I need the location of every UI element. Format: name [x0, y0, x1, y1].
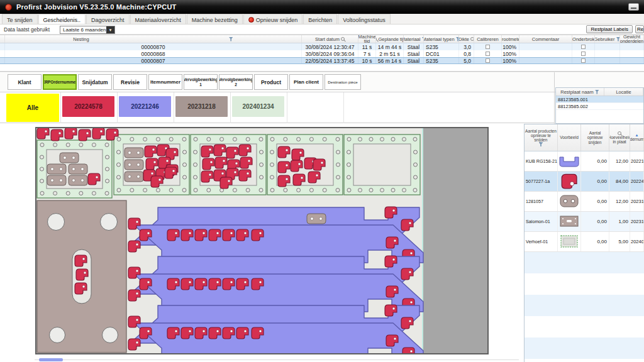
order-filter-20224578[interactable]: 20224578 — [62, 96, 114, 117]
col-start-datum[interactable]: Start datum — [302, 35, 358, 43]
order-filter-20231218[interactable]: 20231218 — [175, 96, 228, 117]
restplaat-labels-button[interactable]: Restplaat Labels — [586, 25, 633, 33]
col-voorbeeld-label: Voorbeeld — [560, 135, 579, 140]
group-tab-snijdatum[interactable]: Snijdatum — [78, 74, 112, 90]
checkbox[interactable] — [581, 45, 586, 49]
cell-start: 30/08/2024 12:30:47 — [302, 43, 358, 50]
horizontal-scrollbar[interactable] — [35, 359, 519, 360]
checkbox[interactable] — [581, 58, 586, 63]
table-row-selected[interactable]: 00000807 22/05/2024 13:37:45 10 s 56 m 1… — [0, 57, 644, 64]
col-locatie[interactable]: Locatie — [604, 88, 643, 96]
group-tab-vervolgbewerking-1[interactable]: Vervolgbewerking 1 — [184, 74, 218, 90]
empty-rows — [525, 252, 644, 362]
checkbox[interactable] — [486, 52, 490, 56]
order-filter-alle[interactable]: Alle — [6, 94, 59, 122]
col-calibreren[interactable]: Calibreren — [474, 35, 502, 43]
col-hoeveelheid-label: Hoeveelheid in plaat — [609, 135, 630, 144]
tab-machine-bezetting[interactable]: Machine bezetting — [187, 14, 243, 24]
col-commentaar[interactable]: Commentaar — [519, 35, 572, 43]
cell-gewicht — [620, 50, 644, 57]
group-tab-destination-piece[interactable]: Destination pièce — [325, 74, 361, 90]
col-geplande-tijd[interactable]: Geplande tijd — [376, 35, 404, 43]
cell-gepland: 56 m 14 s — [376, 58, 404, 63]
minimize-icon — [631, 8, 636, 9]
main-tab-bar: Te snijden Gescheidenis.. Dagoverzicht M… — [0, 14, 644, 25]
restplaat-row[interactable]: 88123585.002 — [556, 103, 643, 110]
tab-voltooiingsstatus[interactable]: Voltoolingsstatus — [338, 14, 391, 24]
parts-row[interactable]: Verhoef-01 0,00 5,00 202401234 — [525, 232, 644, 252]
taupe-part — [60, 153, 79, 163]
checkbox[interactable] — [581, 52, 586, 56]
table-row[interactable]: 00000870 30/08/2024 12:30:47 11 s 14 m 4… — [0, 43, 644, 50]
col-materiaal[interactable]: Materiaal — [404, 35, 424, 43]
nesting-canvas[interactable] — [35, 125, 523, 358]
cell-commentaar — [519, 58, 572, 63]
tab-opnieuw-snijden[interactable]: Opnieuw snijden — [243, 14, 303, 24]
col-gebruiker[interactable]: Gebruiker — [595, 35, 620, 43]
period-dropdown[interactable]: Laatste 6 maanden ▼ — [60, 26, 115, 34]
cell-gebruiker — [595, 43, 620, 50]
col-voorbeeld[interactable]: Voorbeeld — [558, 124, 581, 151]
parts-panel: Aantal producten opnieuw te snijden Voor… — [524, 124, 644, 362]
col-gewicht-onderdelen[interactable]: Gewicht onderdelen — [620, 35, 644, 43]
checkbox[interactable] — [486, 58, 490, 63]
group-tab-itemnummer[interactable]: Itemnummer — [148, 74, 182, 90]
toolbar-buttons: Restplaat Labels Res — [586, 25, 644, 33]
col-machine-tijd[interactable]: Machine tijd — [358, 35, 376, 43]
restplaat-row-selected[interactable]: 88123585.001 — [556, 96, 643, 103]
group-tab-product[interactable]: Product — [254, 74, 288, 90]
group-tab-vervolgbewerking-2[interactable]: Vervolgbewerking 2 — [219, 74, 253, 90]
col-dikte[interactable]: Dikte — [459, 35, 474, 43]
group-tab-revisie[interactable]: Revisie — [113, 74, 147, 90]
col-hoeveelheid[interactable]: Hoeveelheid in plaat — [609, 124, 630, 151]
group-tab-erpordernummer[interactable]: ERPOrdernummer — [43, 74, 77, 90]
order-filter-20221246[interactable]: 20221246 — [119, 96, 171, 117]
filter-icon[interactable] — [229, 37, 233, 41]
col-nesting[interactable]: Nesting — [5, 35, 302, 43]
tab-dagoverzicht[interactable]: Dagoverzicht — [86, 14, 130, 24]
search-icon[interactable] — [376, 37, 377, 41]
col-pordernummer[interactable]: ▲POrdernummer — [630, 124, 644, 151]
tab-te-snijden[interactable]: Te snijden — [2, 14, 38, 24]
table-row[interactable]: 00000868 30/08/2024 09:36:04 7 s 2 m 51 … — [0, 50, 644, 57]
parts-row[interactable]: 1281057 0,00 12,00 20231218 — [525, 192, 644, 212]
tab-geschiedenis[interactable]: Gescheidenis.. — [38, 14, 86, 24]
order-filter-202401234[interactable]: 202401234 — [232, 96, 284, 117]
part-preview — [558, 213, 580, 231]
group-tab-plan-client[interactable]: Plan client — [289, 74, 323, 90]
col-schrootmeter[interactable]: Schrootmeter — [502, 35, 519, 43]
checkbox[interactable] — [486, 45, 490, 49]
col-aantal-opnieuw-label: Aantal opnieuw snijden — [582, 131, 608, 145]
parts-row-selected[interactable]: 5077227-1a 0,00 84,00 20224578 — [525, 172, 644, 192]
minimize-button[interactable] — [628, 3, 639, 11]
tab-berichten[interactable]: Berichten — [303, 14, 337, 24]
panel-divider — [554, 72, 555, 124]
part-preview — [558, 173, 580, 190]
tab-materiaaloverzicht[interactable]: Materiaaloverzicht — [130, 14, 186, 24]
parts-row[interactable]: KUB RG158-211... 0,00 12,00 20221246 — [525, 151, 644, 172]
part-order: 20231218 — [630, 212, 644, 231]
col-materiaal-typen[interactable]: Materiaal typen — [424, 35, 459, 43]
col-commentaar-label: Commentaar — [532, 37, 559, 41]
col-aantal-producten[interactable]: Aantal producten opnieuw te snijden — [525, 124, 558, 151]
cell-machine: 7 s — [358, 50, 376, 57]
col-schrootmeter-label: Schrootmeter — [502, 37, 519, 41]
horizontal-scrollbar-thumb[interactable] — [39, 358, 63, 361]
restplaat-button-truncated[interactable]: Res — [635, 25, 644, 33]
parts-row[interactable]: Salomon-01 0,00 1,00 20231218 — [525, 212, 644, 232]
chevron-down-icon: ▼ — [106, 26, 114, 33]
cell-meter: 100% — [502, 43, 519, 50]
part-preview — [558, 153, 580, 170]
col-restplaat-naam[interactable]: Restplaat naam — [556, 88, 604, 96]
search-icon[interactable] — [341, 37, 345, 41]
cell-materiaal: Staal — [404, 58, 424, 63]
col-onderbroken[interactable]: Onderbroken — [572, 35, 595, 43]
tab-opnieuw-snijden-label: Opnieuw snijden — [256, 17, 298, 23]
filter-icon[interactable] — [595, 90, 599, 94]
col-materiaal-label: Materiaal — [404, 37, 420, 41]
cell-nesting: 00000868 — [5, 50, 302, 57]
filter-icon[interactable] — [539, 142, 543, 146]
search-icon[interactable] — [618, 131, 621, 135]
col-aantal-opnieuw[interactable]: Aantal opnieuw snijden — [581, 124, 609, 151]
group-tab-klant[interactable]: Klant — [8, 74, 42, 90]
